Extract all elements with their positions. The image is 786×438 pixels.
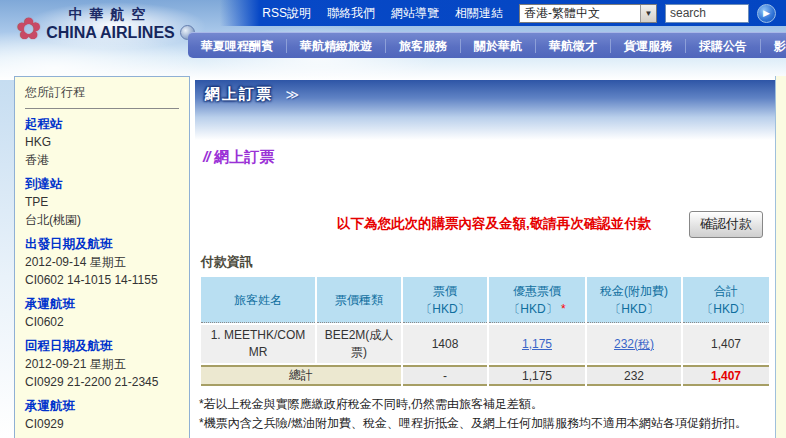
top-link-contact[interactable]: 聯絡我們 — [327, 5, 375, 22]
search-go-button[interactable]: ▶ — [757, 4, 776, 23]
discount-fare-link[interactable]: 1,175 — [522, 337, 552, 351]
nav-item-careers[interactable]: 華航徵才 — [536, 39, 611, 53]
nav-item-travel[interactable]: 華航精緻旅遊 — [287, 39, 386, 53]
sidebar-label-origin: 起程站 — [25, 116, 179, 133]
top-link-rss[interactable]: RSS說明 — [262, 5, 311, 22]
return-flight-times: CI0929 21-2200 21-2345 — [25, 373, 179, 391]
nav-item-media[interactable]: 影音專區 — [761, 39, 786, 53]
col-total: 合計〔HKD〕 — [683, 277, 769, 323]
nav-item-mileage[interactable]: 華夏哩程酬賓 — [188, 39, 287, 53]
sidebar-label-operating-flight-1: 承運航班 — [25, 296, 179, 313]
footnotes: *若以上稅金與實際應繳政府稅金不同時,仍然需由旅客補足差額。 *機票內含之兵險/… — [199, 395, 775, 433]
total-discount-fare: 1,175 — [489, 365, 585, 386]
logo-english-name: CHINA AIRLINES — [46, 24, 175, 42]
grand-total: 1,407 — [683, 365, 769, 386]
confirm-payment-button[interactable]: 確認付款 — [689, 211, 763, 238]
col-passenger-name: 旅客姓名 — [201, 277, 315, 323]
cell-passenger-name: 1. MEETHK/COM MR — [201, 325, 315, 363]
sidebar-label-operating-flight-2: 承運航班 — [25, 398, 179, 415]
total-label: 總計 — [201, 365, 401, 386]
china-airlines-logo[interactable]: ✿ 中華航空 CHINA AIRLINES — [16, 6, 195, 42]
page-title: //網上訂票 — [203, 148, 775, 167]
col-tax: 稅金(附加費)〔HKD〕 — [587, 277, 681, 323]
top-link-related[interactable]: 相關連結 — [455, 5, 503, 22]
top-link-sitemap[interactable]: 網站導覽 — [391, 5, 439, 22]
nav-item-passenger-service[interactable]: 旅客服務 — [386, 39, 461, 53]
departure-date: 2012-09-14 星期五 — [25, 253, 179, 271]
chevron-down-icon[interactable]: ▼ — [640, 5, 656, 22]
go-arrow-icon: ▶ — [763, 8, 770, 18]
cell-fare-type: BEE2M(成人票) — [317, 325, 401, 363]
logo-chinese-name: 中華航空 — [68, 6, 152, 24]
table-header-row: 旅客姓名 票價種類 票價〔HKD〕 優惠票價〔HKD〕 * 稅金(附加費)〔HK… — [201, 277, 769, 323]
plum-blossom-icon: ✿ — [16, 16, 41, 42]
sidebar-divider — [25, 108, 179, 109]
operating-flight-1: CI0602 — [25, 313, 179, 331]
nav-item-cargo[interactable]: 貨運服務 — [611, 39, 686, 53]
banner-title: 網上訂票 — [205, 85, 273, 102]
nav-item-about[interactable]: 關於華航 — [461, 39, 536, 53]
search-input[interactable] — [665, 4, 749, 23]
total-fare: - — [403, 365, 487, 386]
page-title-text: 網上訂票 — [214, 148, 274, 165]
logo-text: 中華航空 CHINA AIRLINES — [46, 6, 175, 42]
col-fare: 票價〔HKD〕 — [403, 277, 487, 323]
table-row: 1. MEETHK/COM MR BEE2M(成人票) 1408 1,175 2… — [201, 325, 769, 363]
footnote-tax: *若以上稅金與實際應繳政府稅金不同時,仍然需由旅客補足差額。 — [199, 395, 775, 414]
sidebar-title: 您所訂行程 — [25, 84, 179, 101]
payment-notice-text: 以下為您此次的購票內容及金額,敬請再次確認並付款 — [337, 215, 651, 233]
footnote-surcharge: *機票內含之兵險/燃油附加費、稅金、哩程折抵金、及網上任何加購服務均不適用本網站… — [199, 414, 775, 433]
destination-city: 台北(桃園) — [25, 211, 179, 229]
right-background-strip — [775, 76, 786, 438]
required-asterisk: * — [561, 302, 566, 316]
total-tax: 232 — [587, 365, 681, 386]
table-total-row: 總計 - 1,175 232 1,407 — [201, 365, 769, 386]
confirmation-notice-row: 以下為您此次的購票內容及金額,敬請再次確認並付款 確認付款 — [195, 211, 775, 237]
itinerary-sidebar: 您所訂行程 起程站 HKG 香港 到達站 TPE 台北(桃園) 出發日期及航班 … — [14, 76, 190, 438]
page-banner: 網上訂票 ≫ — [195, 80, 775, 140]
payment-info-title: 付款資訊 — [201, 253, 775, 271]
nav-item-procurement[interactable]: 採購公告 — [686, 39, 761, 53]
tax-link[interactable]: 232(稅) — [614, 337, 654, 351]
destination-code: TPE — [25, 193, 179, 211]
cell-total: 1,407 — [683, 325, 769, 363]
left-background-strip — [0, 80, 14, 438]
main-content: 網上訂票 ≫ //網上訂票 以下為您此次的購票內容及金額,敬請再次確認並付款 確… — [195, 80, 775, 433]
col-fare-type: 票價種類 — [317, 277, 401, 323]
origin-city: 香港 — [25, 151, 179, 169]
cell-tax: 232(稅) — [587, 325, 681, 363]
language-select-value: 香港-繁體中文 — [524, 5, 600, 22]
payment-table: 旅客姓名 票價種類 票價〔HKD〕 優惠票價〔HKD〕 * 稅金(附加費)〔HK… — [199, 275, 771, 388]
title-slashes: // — [203, 148, 209, 165]
primary-nav: 華夏哩程酬賓 華航精緻旅遊 旅客服務 關於華航 華航徵才 貨運服務 採購公告 影… — [188, 32, 786, 58]
departure-flight-times: CI0602 14-1015 14-1155 — [25, 271, 179, 289]
sidebar-label-return: 回程日期及航班 — [25, 338, 179, 355]
cell-fare: 1408 — [403, 325, 487, 363]
origin-code: HKG — [25, 133, 179, 151]
col-discount-fare: 優惠票價〔HKD〕 * — [489, 277, 585, 323]
sidebar-label-destination: 到達站 — [25, 176, 179, 193]
operating-flight-2: CI0929 — [25, 415, 179, 433]
return-date: 2012-09-21 星期五 — [25, 355, 179, 373]
language-select[interactable]: 香港-繁體中文 ▼ — [519, 4, 657, 23]
cell-discount-fare: 1,175 — [489, 325, 585, 363]
breadcrumb-arrow-icon: ≫ — [285, 87, 299, 102]
sidebar-label-departure: 出發日期及航班 — [25, 236, 179, 253]
